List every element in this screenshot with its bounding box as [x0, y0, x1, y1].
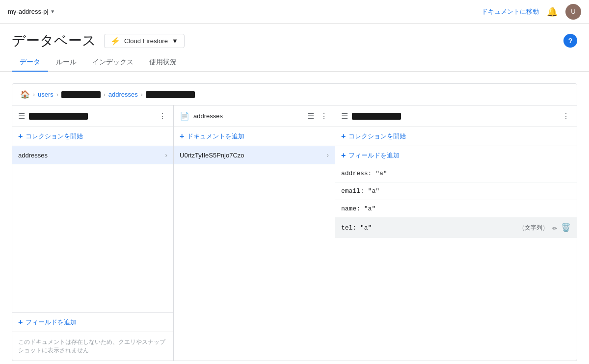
col3-add-field-label: フィールドを追加 [348, 151, 400, 160]
service-badge[interactable]: ⚡ Cloud Firestore ▼ [104, 34, 185, 48]
col3-field-plus-icon: + [341, 151, 346, 160]
main-content: 🏠 › users › › addresses › ☰ ⋮ [0, 72, 589, 364]
col1-actions: ⋮ [158, 110, 167, 122]
tab-usage[interactable]: 使用状況 [141, 54, 185, 72]
project-name[interactable]: my-address-pj [8, 8, 48, 15]
columns: ☰ ⋮ + コレクションを開始 addresses › [12, 105, 577, 361]
navbar: my-address-pj ▼ ドキュメントに移動 🔔 U [0, 0, 589, 24]
field-address-content: address: "a" [341, 170, 571, 177]
col2-filter-icon[interactable]: ☰ [306, 110, 315, 122]
col1-body: + コレクションを開始 addresses › + フィールドを追加 このドキュ… [12, 127, 173, 361]
col1-doc-icon: ☰ [18, 111, 25, 121]
col1-header: ☰ ⋮ [12, 105, 173, 127]
col1-add-field-label: フィールドを追加 [26, 318, 77, 327]
breadcrumb-uid-redacted[interactable] [61, 91, 101, 98]
breadcrumb: 🏠 › users › › addresses › [12, 84, 577, 105]
col3-header: ☰ ⋮ [335, 105, 577, 127]
bell-icon[interactable]: 🔔 [547, 6, 558, 17]
tab-indexes[interactable]: インデックス [84, 54, 141, 72]
col2-more-icon[interactable]: ⋮ [319, 110, 329, 122]
field-row-tel: tel: "a" （文字列） ✏️ 🗑️ [335, 218, 577, 238]
navbar-left: my-address-pj ▼ [8, 8, 482, 15]
navbar-right: ドキュメントに移動 🔔 U [482, 4, 581, 20]
field-tel-edit-icon[interactable]: ✏️ [552, 223, 557, 233]
list-item-doc-text: U0rtzTyIIeS5Pnjo7Czo [180, 152, 326, 159]
breadcrumb-addresses[interactable]: addresses [108, 91, 138, 98]
col3-body: + コレクションを開始 + フィールドを追加 address: "a" emai… [335, 127, 577, 361]
col2-actions: ☰ ⋮ [306, 110, 329, 122]
service-dropdown-icon: ▼ [172, 37, 178, 45]
column-3: ☰ ⋮ + コレクションを開始 + フィールドを追加 [335, 105, 577, 361]
list-item-addresses-arrow: › [165, 151, 167, 159]
list-item-doc-arrow: › [326, 151, 329, 159]
col2-add-label: ドキュメントを追加 [187, 132, 244, 141]
data-panel: 🏠 › users › › addresses › ☰ ⋮ [12, 83, 577, 361]
tab-rules[interactable]: ルール [48, 54, 84, 72]
breadcrumb-sep-3: › [104, 91, 106, 98]
help-button[interactable]: ? [563, 34, 577, 48]
col3-add-field[interactable]: + フィールドを追加 [335, 146, 577, 165]
col3-title [352, 112, 561, 120]
list-item-addresses-text: addresses [18, 152, 165, 159]
col3-collection-plus-icon: + [341, 132, 346, 141]
col2-doc-icon: 📄 [180, 111, 189, 121]
home-icon[interactable]: 🏠 [20, 90, 30, 99]
firestore-icon: ⚡ [110, 36, 120, 46]
breadcrumb-sep-1: › [33, 91, 35, 98]
col1-plus-icon: + [18, 132, 23, 141]
col1-title [29, 112, 158, 120]
field-row-address: address: "a" [335, 165, 577, 182]
col3-title-redacted [352, 113, 401, 120]
col3-more-icon[interactable]: ⋮ [561, 110, 571, 122]
col1-spacer [12, 164, 173, 312]
col2-header: 📄 addresses ☰ ⋮ [174, 105, 335, 127]
col1-bottom-note: このドキュメントは存在しないため、クエリやスナップショットに表示されません [12, 332, 173, 361]
col1-add-collection[interactable]: + コレクションを開始 [12, 127, 173, 146]
list-item-doc[interactable]: U0rtzTyIIeS5Pnjo7Czo › [174, 146, 335, 164]
avatar[interactable]: U [565, 4, 581, 20]
page-title: データベース [12, 31, 96, 50]
field-tel-delete-icon[interactable]: 🗑️ [561, 223, 571, 233]
col1-field-plus-icon: + [18, 318, 23, 327]
col3-add-collection-label: コレクションを開始 [348, 132, 406, 141]
field-tel-content: tel: "a" [341, 224, 519, 232]
col2-plus-icon: + [180, 132, 184, 141]
col3-doc-icon: ☰ [341, 111, 348, 121]
field-tel-type: （文字列） [519, 224, 548, 232]
col2-title: addresses [193, 112, 306, 120]
col1-add-field[interactable]: + フィールドを追加 [12, 312, 173, 332]
breadcrumb-sep-4: › [141, 91, 143, 98]
column-1: ☰ ⋮ + コレクションを開始 addresses › [12, 105, 174, 361]
field-tel-actions: ✏️ 🗑️ [552, 223, 571, 233]
col2-body: + ドキュメントを追加 U0rtzTyIIeS5Pnjo7Czo › [174, 127, 335, 361]
col1-more-icon[interactable]: ⋮ [158, 110, 167, 122]
breadcrumb-sep-2: › [56, 91, 58, 98]
breadcrumb-users[interactable]: users [38, 91, 54, 98]
project-dropdown-icon[interactable]: ▼ [50, 9, 55, 14]
page-header: データベース ⚡ Cloud Firestore ▼ ? [0, 24, 589, 54]
col3-add-collection[interactable]: + コレクションを開始 [335, 127, 577, 146]
tab-data[interactable]: データ [12, 54, 48, 72]
breadcrumb-doc-redacted[interactable] [146, 91, 195, 98]
field-email-content: email: "a" [341, 187, 571, 195]
col1-add-label: コレクションを開始 [26, 132, 83, 141]
field-name-content: name: "a" [341, 205, 571, 212]
col2-add-doc[interactable]: + ドキュメントを追加 [174, 127, 335, 146]
column-2: 📄 addresses ☰ ⋮ + ドキュメントを追加 U0rtzTyIIeS5… [174, 105, 335, 361]
nav-docs-link[interactable]: ドキュメントに移動 [482, 7, 539, 16]
list-item-addresses[interactable]: addresses › [12, 146, 173, 164]
field-row-name: name: "a" [335, 200, 577, 218]
col3-actions: ⋮ [561, 110, 571, 122]
col1-title-redacted [29, 113, 88, 120]
service-name: Cloud Firestore [124, 37, 168, 45]
field-row-email: email: "a" [335, 182, 577, 200]
tabs-bar: データ ルール インデックス 使用状況 [0, 54, 589, 72]
